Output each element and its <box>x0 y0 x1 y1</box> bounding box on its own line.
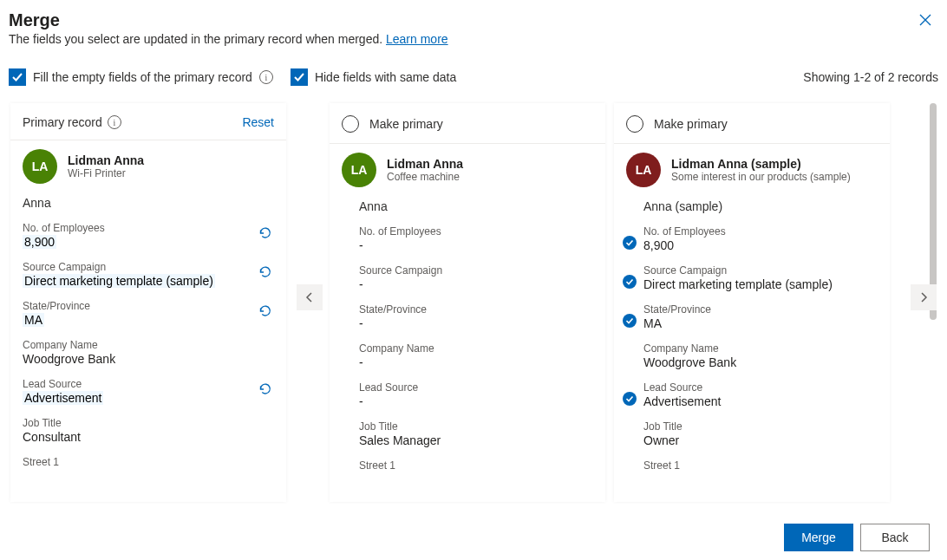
undo-icon <box>257 381 272 397</box>
record-topic: Anna <box>23 196 274 210</box>
field-value: Owner <box>643 433 679 447</box>
field-label: Street 1 <box>23 456 274 468</box>
field-value: Direct marketing template (sample) <box>643 277 833 291</box>
back-button[interactable]: Back <box>860 524 930 551</box>
check-icon <box>293 71 305 83</box>
reset-link[interactable]: Reset <box>242 115 274 129</box>
field-job-title[interactable]: Job Title Sales Manager <box>359 419 593 458</box>
record-name: Lidman Anna (sample) <box>671 157 851 171</box>
merge-dialog: Merge The fields you select are updated … <box>0 0 947 560</box>
cards-area: Primary record i Reset LA Lidman Anna Wi… <box>9 103 938 518</box>
field-value: Direct marketing template (sample) <box>23 274 215 288</box>
field-label: Source Campaign <box>359 264 593 277</box>
record-identity: LA Lidman Anna Wi-Fi Printer <box>23 149 274 184</box>
field-company[interactable]: Company Name Woodgrove Bank <box>643 341 878 380</box>
chevron-right-icon <box>918 292 929 303</box>
field-state[interactable]: State/Province - <box>359 302 593 341</box>
field-no-employees[interactable]: No. of Employees - <box>359 224 593 263</box>
undo-button[interactable] <box>257 264 274 282</box>
field-value: - <box>359 316 363 330</box>
field-label: Company Name <box>23 339 274 351</box>
field-value: Woodgrove Bank <box>23 352 115 366</box>
options-row: Fill the empty fields of the primary rec… <box>9 68 938 86</box>
field-label: Job Title <box>23 417 274 429</box>
field-company: Company Name Woodgrove Bank <box>23 337 274 376</box>
field-label: Lead Source <box>643 381 878 394</box>
field-label: Job Title <box>643 420 878 433</box>
undo-button[interactable] <box>257 225 274 243</box>
field-label: Job Title <box>359 420 593 433</box>
field-company[interactable]: Company Name - <box>359 341 593 380</box>
make-primary-radio[interactable] <box>342 115 359 133</box>
check-icon <box>11 71 23 83</box>
merge-button[interactable]: Merge <box>784 524 853 551</box>
selected-icon <box>623 236 637 250</box>
undo-icon <box>257 303 272 319</box>
field-street1[interactable]: Street 1 <box>359 458 593 483</box>
field-value: Sales Manager <box>359 433 441 447</box>
selected-icon <box>623 314 637 328</box>
field-state: State/Province MA <box>23 298 274 337</box>
make-primary-radio[interactable] <box>626 115 643 133</box>
learn-more-link[interactable]: Learn more <box>386 32 448 46</box>
field-value: - <box>359 355 363 369</box>
field-value: MA <box>643 316 662 330</box>
secondary-record-card: Make primary LA Lidman Anna Coffee machi… <box>330 103 605 502</box>
record-identity: LA Lidman Anna (sample) Some interest in… <box>626 153 878 187</box>
field-label: Source Campaign <box>643 264 878 277</box>
field-state[interactable]: State/Province MA <box>643 302 878 341</box>
field-value: - <box>359 394 363 408</box>
field-label: State/Province <box>359 303 593 316</box>
dialog-title: Merge <box>9 10 448 30</box>
field-label: No. of Employees <box>643 225 878 238</box>
chevron-left-icon <box>304 292 315 303</box>
field-street1[interactable]: Street 1 <box>643 458 878 483</box>
secondary-record-card: Make primary LA Lidman Anna (sample) Som… <box>614 103 890 502</box>
record-name: Lidman Anna <box>387 157 463 171</box>
field-label: State/Province <box>23 300 274 312</box>
nav-next-button[interactable] <box>911 284 937 310</box>
undo-button[interactable] <box>257 303 274 321</box>
field-job-title: Job Title Consultant <box>23 415 274 454</box>
field-label: Source Campaign <box>23 261 274 273</box>
field-label: Street 1 <box>643 459 878 472</box>
field-label: No. of Employees <box>23 222 274 234</box>
field-value: MA <box>23 313 44 327</box>
field-label: Lead Source <box>23 378 274 390</box>
undo-icon <box>257 264 272 280</box>
field-value: Consultant <box>23 430 81 444</box>
field-no-employees[interactable]: No. of Employees 8,900 <box>643 224 878 263</box>
subtitle-text: The fields you select are updated in the… <box>9 32 386 46</box>
field-lead-source: Lead Source Advertisement <box>23 376 274 415</box>
info-icon[interactable]: i <box>108 115 121 129</box>
close-button[interactable] <box>912 10 938 32</box>
field-label: Company Name <box>643 342 878 355</box>
undo-button[interactable] <box>257 381 274 399</box>
selected-icon <box>623 392 637 406</box>
field-no-employees: No. of Employees 8,900 <box>23 220 274 259</box>
dialog-subtitle: The fields you select are updated in the… <box>9 32 448 46</box>
record-sub: Wi-Fi Printer <box>68 167 144 179</box>
field-source-campaign[interactable]: Source Campaign - <box>359 263 593 302</box>
avatar: LA <box>342 153 376 187</box>
make-primary-label: Make primary <box>369 117 443 131</box>
primary-record-text: Primary record <box>23 115 102 129</box>
field-lead-source[interactable]: Lead Source Advertisement <box>643 380 878 419</box>
nav-prev-button[interactable] <box>297 284 323 310</box>
info-icon[interactable]: i <box>259 70 273 84</box>
field-value: Advertisement <box>643 394 721 408</box>
fill-empty-checkbox[interactable] <box>9 68 26 86</box>
field-source-campaign: Source Campaign Direct marketing templat… <box>23 259 274 298</box>
field-job-title[interactable]: Job Title Owner <box>643 419 878 458</box>
hide-same-label: Hide fields with same data <box>315 70 456 84</box>
avatar: LA <box>23 149 57 184</box>
undo-icon <box>257 225 272 241</box>
field-label: No. of Employees <box>359 225 593 238</box>
close-icon <box>919 14 931 26</box>
hide-same-checkbox[interactable] <box>291 68 308 86</box>
field-label: Company Name <box>359 342 593 355</box>
field-source-campaign[interactable]: Source Campaign Direct marketing templat… <box>643 263 878 302</box>
record-identity: LA Lidman Anna Coffee machine <box>342 153 593 187</box>
record-sub: Coffee machine <box>387 171 463 183</box>
field-lead-source[interactable]: Lead Source - <box>359 380 593 419</box>
